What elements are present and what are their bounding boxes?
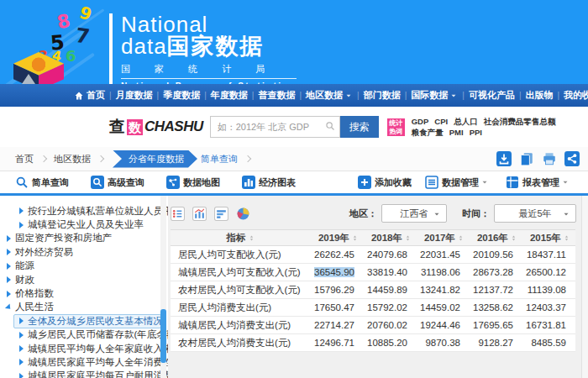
- breadcrumb-item-0[interactable]: 首页: [15, 153, 34, 165]
- table-header-row: 指标2019年2018年2017年2016年2015年: [171, 230, 575, 246]
- print-icon[interactable]: [542, 151, 557, 166]
- nav-item-9[interactable]: 出版物: [525, 89, 553, 102]
- hbar-view-icon[interactable]: [214, 207, 228, 221]
- nav-item-5[interactable]: 地区数据: [306, 89, 353, 102]
- value-cell: 15792.02: [364, 299, 417, 317]
- nav-item-10[interactable]: 我的收藏: [564, 89, 588, 102]
- sidebar-item-9[interactable]: 城乡居民人民币储蓄存款(年底余额): [0, 328, 168, 342]
- nav-item-4[interactable]: 普查数据: [258, 89, 295, 102]
- breadcrumb-item-3[interactable]: 简单查询: [201, 153, 238, 165]
- sidebar-item-7[interactable]: 人民生活: [0, 301, 168, 314]
- share-icon[interactable]: [564, 151, 580, 166]
- nav-item-2[interactable]: 季度数据: [163, 89, 200, 102]
- column-header-3[interactable]: 2017年: [417, 230, 470, 246]
- bar-view-icon[interactable]: [192, 207, 207, 221]
- sort-icon: [457, 234, 465, 242]
- toolbar-item-0[interactable]: 简单查询: [15, 176, 69, 189]
- list-view-icon[interactable]: [171, 207, 185, 221]
- column-header-label: 2019年: [318, 232, 349, 244]
- toolbar-right-item-0[interactable]: 添加收藏: [358, 176, 412, 189]
- logo-divider-bar: [109, 13, 113, 84]
- toolbar-item-2[interactable]: 数据地图: [166, 176, 220, 189]
- data-table: 指标2019年2018年2017年2016年2015年 居民人均可支配收入(元)…: [171, 229, 575, 352]
- hot-words: GDPCPI总人口社会消费品零售总额 粮食产量PMIPPI: [412, 116, 561, 138]
- region-label: 地区：: [349, 207, 377, 220]
- search-input[interactable]: [210, 116, 340, 138]
- nav-item-7[interactable]: 国际数据: [411, 89, 458, 102]
- search-button[interactable]: 搜索: [340, 116, 379, 138]
- magnifier-icon: [15, 176, 29, 189]
- value-cell: 20760.02: [364, 317, 417, 334]
- sidebar-item-5[interactable]: 财政: [0, 273, 168, 286]
- toolbar-right-item-2[interactable]: 报表管理: [506, 176, 573, 189]
- toolbar-item-3[interactable]: 经济图表: [242, 176, 296, 189]
- sidebar-item-6[interactable]: 价格指数: [0, 286, 168, 300]
- sort-icon: [248, 234, 255, 242]
- download-icon[interactable]: [496, 151, 512, 166]
- value-cell: 8485.59: [522, 334, 575, 352]
- toolbar-item-label: 添加收藏: [375, 176, 412, 189]
- sidebar-item-12[interactable]: 城镇居民家庭平均每百户耐用消费品拥有量: [0, 370, 168, 378]
- hot-words-badge: 统计 热词: [387, 118, 405, 136]
- region-select[interactable]: 江西省: [381, 204, 447, 223]
- column-header-5[interactable]: 2015年: [522, 230, 575, 246]
- value-cell: 26262.45: [311, 246, 364, 264]
- nav-item-label: 月度数据: [116, 89, 153, 102]
- nav-item-3[interactable]: 年度数据: [211, 89, 248, 102]
- sidebar-item-1[interactable]: 城镇登记失业人员及失业率: [0, 218, 168, 231]
- value-cell: 26500.12: [522, 264, 575, 281]
- nav-separator: |: [157, 91, 160, 100]
- column-header-0[interactable]: 指标: [171, 230, 311, 246]
- cube-logo: [13, 52, 64, 84]
- hot-word[interactable]: PMI: [449, 128, 464, 137]
- table-row: 农村居民人均可支配收入(元)15796.2914459.8913241.8212…: [171, 281, 575, 299]
- value-cell: 14459.89: [364, 281, 417, 299]
- sidebar-item-10[interactable]: 城镇居民平均每人全年家庭收入来源: [0, 342, 168, 355]
- brand-line2: data国家数据: [121, 35, 297, 57]
- sidebar-item-3[interactable]: 对外经济贸易: [0, 245, 168, 259]
- hot-word[interactable]: 粮食产量: [412, 128, 444, 137]
- toolbar-left: 简单查询高级查询数据地图经济图表: [15, 176, 318, 189]
- breadcrumb-active-tab[interactable]: 分省年度数据: [113, 150, 197, 168]
- sidebar-scrollbar-track[interactable]: [160, 196, 166, 378]
- toolbar-right-item-1[interactable]: 数据管理: [425, 176, 492, 189]
- chevron-collapsed-icon: [19, 207, 24, 214]
- value-cell: 28673.28: [470, 264, 522, 281]
- hot-badge-line2: 热词: [387, 128, 405, 136]
- time-label: 时间：: [462, 207, 490, 220]
- column-header-label: 2016年: [477, 232, 508, 244]
- value-cell: 36545.90: [311, 264, 364, 281]
- column-header-4[interactable]: 2016年: [470, 230, 522, 246]
- pie-view-icon[interactable]: [236, 207, 250, 221]
- site-header: 987534612 National data国家数据 国 家 统 计 局 Na…: [0, 0, 588, 84]
- breadcrumb-chevron-icon: [40, 155, 47, 162]
- value-cell: 16731.81: [522, 317, 575, 334]
- nav-item-6[interactable]: 部门数据: [364, 89, 401, 102]
- sidebar-item-0[interactable]: 按行业分城镇私营单位就业人员平均工资: [0, 204, 168, 218]
- sidebar-item-8[interactable]: 全体及分城乡居民收支基本情况(新口径): [13, 314, 161, 328]
- nav-item-0[interactable]: 首页: [74, 89, 105, 102]
- hot-word[interactable]: 社会消费品零售总额: [484, 117, 556, 126]
- nav-separator: |: [405, 91, 407, 100]
- nav-item-1[interactable]: 月度数据: [116, 89, 153, 102]
- brand-en: data: [121, 34, 167, 59]
- nav-item-8[interactable]: 可视化产品: [469, 89, 515, 102]
- column-header-2[interactable]: 2018年: [364, 230, 417, 246]
- sidebar-item-4[interactable]: 能源: [0, 260, 168, 273]
- hot-word[interactable]: PPI: [470, 128, 482, 137]
- time-select[interactable]: 最近5年: [494, 204, 576, 223]
- sidebar-item-2[interactable]: 固定资产投资和房地产: [0, 232, 168, 245]
- hot-word[interactable]: GDP: [412, 117, 429, 126]
- panel-scrollbar-track[interactable]: [581, 196, 588, 378]
- sidebar-scrollbar-thumb[interactable]: [160, 309, 166, 363]
- copy-icon[interactable]: [519, 151, 534, 166]
- hot-word[interactable]: 总人口: [454, 117, 478, 126]
- indicator-tree: 按行业分城镇私营单位就业人员平均工资城镇登记失业人员及失业率固定资产投资和房地产…: [0, 204, 168, 378]
- sidebar-item-11[interactable]: 城镇居民家庭平均每人全年消费性支出: [0, 355, 168, 369]
- toolbar-item-1[interactable]: 高级查询: [91, 176, 144, 189]
- sidebar-item-label: 价格指数: [15, 287, 54, 300]
- nav-item-label: 国际数据: [411, 89, 448, 102]
- column-header-1[interactable]: 2019年: [311, 230, 364, 246]
- breadcrumb-item-1[interactable]: 地区数据: [54, 153, 91, 165]
- hot-word[interactable]: CPI: [434, 117, 448, 126]
